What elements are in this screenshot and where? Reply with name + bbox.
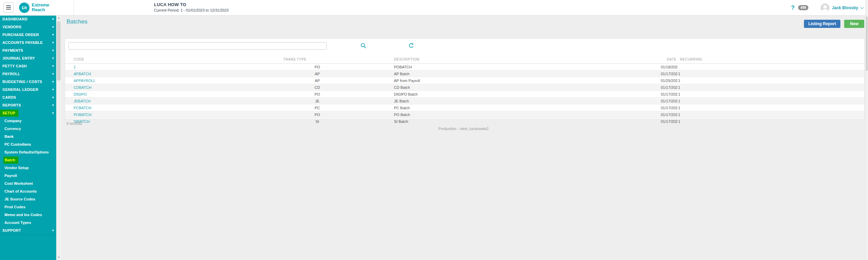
recurring-cell: 1 [678,104,864,111]
batch-code-link[interactable]: JEBATCH [74,99,90,103]
sidebar-item-cards[interactable]: CARDS▾ [0,94,56,101]
search-input[interactable] [68,42,327,50]
table-row: APPAYROLL AP AP from Payroll 01/25/2023 … [65,77,864,84]
active-page-highlight: Batch [3,157,18,164]
column-header-recurring[interactable]: RECURRING [678,55,864,64]
table-row: CDBATCH CD CD Batch 01/17/2023 1 [65,84,864,91]
sidebar-item-reports[interactable]: REPORTS▾ [0,101,56,109]
search-icon[interactable] [360,43,367,49]
chevron-down-icon [861,5,864,9]
trans-type-cell: AP [283,70,351,77]
column-header-date[interactable]: DATE [658,55,678,64]
description-cell: AP from Payroll [351,77,658,84]
sidebar-item-account-types[interactable]: Account Types [0,219,56,227]
batch-code-link[interactable]: APBATCH [74,72,91,76]
scrollbar-thumb[interactable] [866,16,868,71]
column-header-description[interactable]: DESCRIPTION [351,55,658,64]
chevron-down-icon: ▾ [52,23,54,31]
batches-table: CODE TRANS TYPE DESCRIPTION DATE RECURRI… [65,55,864,125]
sidebar-item-setup[interactable]: SETUP▾ [0,109,56,117]
notification-badge[interactable]: 499 [798,5,809,10]
page-scrollbar[interactable] [865,0,868,260]
recurring-cell: 1 [678,111,864,118]
refresh-icon[interactable] [408,43,414,49]
column-header-code[interactable]: CODE [65,55,283,64]
recurring-cell: 1 [678,91,864,98]
listing-report-button[interactable]: Listing Report [804,20,840,28]
description-cell: PO Batch [351,111,658,118]
sidebar-item-payments[interactable]: PAYMENTS▾ [0,47,56,54]
sidebar-item-budgeting-costs[interactable]: BUDGETING / COSTS▾ [0,78,56,86]
date-cell: 01/25/2023 [658,77,678,84]
sidebar-item-vendor-setup[interactable]: Vendor Setup [0,164,56,172]
scroll-up-icon[interactable]: ▲ [56,15,61,20]
batch-code-link[interactable]: DIGIPO [74,92,87,96]
sidebar-item-pc-custodians[interactable]: PC Custodians [0,141,56,148]
date-cell: 01/17/2023 [658,111,678,118]
sidebar-item-petty-cash[interactable]: PETTY CASH▾ [0,62,56,70]
chevron-down-icon: ▾ [52,54,54,62]
environment-label: Production - ztest_lucahowto2 [61,127,866,131]
active-section-highlight: SETUP [0,110,18,117]
menu-icon[interactable] [3,2,14,13]
sidebar-item-memo-and-ins-codes[interactable]: Memo and Ins Codes [0,211,56,219]
sidebar-item-general-ledger[interactable]: GENERAL LEDGER▾ [0,86,56,94]
sidebar-item-prod-codes[interactable]: Prod Codes [0,203,56,211]
chevron-down-icon: ▾ [52,94,54,101]
sidebar-item-vendors[interactable]: VENDORS▾ [0,23,56,31]
chevron-down-icon: ▾ [52,39,54,47]
table-row: 1 PO POBATCH 01/18/2023 [65,64,864,70]
sidebar-item-bank[interactable]: Bank [0,133,56,141]
sidebar-nav: DASHBOARD▾ VENDORS▾ PURCHASE ORDER▾ ACCO… [0,15,56,260]
column-header-trans-type[interactable]: TRANS TYPE [283,55,351,64]
scrollbar-thumb[interactable] [57,21,61,81]
user-avatar[interactable] [821,3,829,12]
sidebar-item-payroll-setup[interactable]: Payroll [0,172,56,180]
sidebar-item-purchase-order[interactable]: PURCHASE ORDER▾ [0,31,56,39]
sidebar-item-accounts-payable[interactable]: ACCOUNTS PAYABLE▾ [0,39,56,47]
trans-type-cell: PC [283,104,351,111]
recurring-cell: 1 [678,118,864,125]
sidebar-item-company[interactable]: Company [0,117,56,125]
batch-code-link[interactable]: POBATCH [74,113,91,117]
trans-type-cell: SI [283,118,351,125]
sidebar-item-dashboard[interactable]: DASHBOARD▾ [0,15,56,23]
date-cell: 01/18/2023 [658,64,678,70]
trans-type-cell: PO [283,111,351,118]
chevron-down-icon: ▾ [52,70,54,78]
sidebar-item-batch[interactable]: Batch [0,156,56,164]
header-right-cluster: ? 499 Jack Blossby [791,0,863,15]
user-menu[interactable]: Jack Blossby [832,5,858,10]
sidebar-scrollbar[interactable]: ▲ ▼ [56,15,61,260]
sidebar-item-je-source-codes[interactable]: JE Source Codes [0,195,56,203]
date-cell: 01/17/2023 [658,98,678,104]
top-header: ER Extreme Reach LUCA HOW TO Current Per… [0,0,868,16]
sidebar-item-chart-of-accounts[interactable]: Chart of Accounts [0,188,56,195]
trans-type-cell: PO [283,64,351,70]
brand-logo-icon: ER [19,2,30,13]
company-title: LUCA HOW TO [154,2,229,7]
trans-type-cell: JE [283,98,351,104]
sidebar-item-support[interactable]: SUPPORT▾ [0,227,56,234]
sidebar-item-payroll[interactable]: PAYROLL▾ [0,70,56,78]
table-row: PCBATCH PC PC Batch 01/17/2023 1 [65,104,864,111]
sidebar-item-journal-entry[interactable]: JOURNAL ENTRY▾ [0,54,56,62]
sidebar-item-currency[interactable]: Currency [0,125,56,133]
description-cell: PC Batch [351,104,658,111]
batch-code-link[interactable]: 1 [74,65,76,69]
date-cell: 01/17/2023 [658,118,678,125]
scroll-down-icon[interactable]: ▼ [56,255,61,260]
description-cell: JE Batch [351,98,658,104]
sidebar-item-cost-worksheet[interactable]: Cost Worksheet [0,180,56,188]
batch-code-link[interactable]: APPAYROLL [74,79,95,83]
table-row: POBATCH PO PO Batch 01/17/2023 1 [65,111,864,118]
description-cell: AP Batch [351,70,658,77]
recurring-cell: 1 [678,70,864,77]
new-button[interactable]: New [844,20,864,28]
current-period: Current Period: 1 - 01/01/2023 to 12/31/… [154,8,229,12]
help-icon[interactable]: ? [791,4,794,11]
recurring-cell: 1 [678,77,864,84]
batch-code-link[interactable]: PCBATCH [74,106,91,110]
sidebar-item-system-defaults-options[interactable]: System Defaults/Options [0,148,56,156]
batch-code-link[interactable]: CDBATCH [74,85,91,90]
